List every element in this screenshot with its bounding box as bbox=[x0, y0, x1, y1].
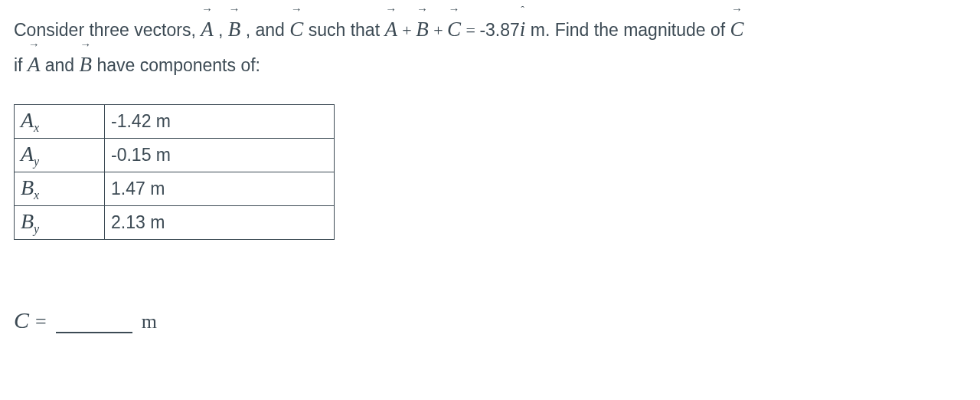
answer-line: C = m bbox=[14, 307, 966, 333]
text-sep2: , and bbox=[246, 20, 290, 40]
cell-value: -1.42 m bbox=[105, 104, 335, 138]
table-row: Bx 1.47 m bbox=[15, 172, 335, 205]
vector-B-eq: →B bbox=[416, 12, 429, 48]
cell-value: 1.47 m bbox=[105, 172, 335, 205]
answer-unit: m bbox=[142, 310, 157, 333]
plus2: + bbox=[433, 21, 447, 40]
vector-C: →C bbox=[289, 12, 303, 48]
vector-C-eq: →C bbox=[447, 12, 461, 48]
vector-B: →B bbox=[228, 12, 241, 48]
cell-value: 2.13 m bbox=[105, 205, 335, 239]
table-row: By 2.13 m bbox=[15, 205, 335, 239]
i-hat: ˆi bbox=[520, 12, 526, 48]
cell-label: Ay bbox=[15, 138, 105, 172]
plus1: + bbox=[402, 21, 416, 40]
vector-A2: →A bbox=[28, 48, 41, 83]
cell-value: -0.15 m bbox=[105, 138, 335, 172]
problem-container: Consider three vectors, →A , →B , and →C… bbox=[0, 0, 980, 346]
text-intro2: such that bbox=[309, 20, 385, 40]
problem-statement: Consider three vectors, →A , →B , and →C… bbox=[14, 12, 966, 83]
rhs-value: -3.87 bbox=[479, 20, 519, 40]
vector-A: →A bbox=[201, 12, 214, 48]
vector-C2: →C bbox=[730, 12, 744, 48]
vector-B2: →B bbox=[80, 48, 93, 83]
table-row: Ax -1.42 m bbox=[15, 104, 335, 138]
line2b: and bbox=[45, 55, 80, 75]
line2a: if bbox=[14, 55, 28, 75]
answer-equals: = bbox=[35, 310, 47, 333]
answer-blank[interactable] bbox=[56, 313, 132, 333]
vector-A-eq: →A bbox=[384, 12, 397, 48]
cell-label: By bbox=[15, 205, 105, 239]
equals-sign: = bbox=[466, 21, 479, 40]
text-intro1: Consider three vectors, bbox=[14, 20, 201, 40]
cell-label: Ax bbox=[15, 104, 105, 138]
line2c: have components of: bbox=[96, 55, 260, 75]
answer-C: C bbox=[14, 307, 29, 333]
text-sep1: , bbox=[218, 20, 228, 40]
components-table: Ax -1.42 m Ay -0.15 m Bx 1.47 m By 2.13 … bbox=[14, 104, 335, 240]
cell-label: Bx bbox=[15, 172, 105, 205]
unit-text1: m. Find the magnitude of bbox=[531, 20, 730, 40]
table-row: Ay -0.15 m bbox=[15, 138, 335, 172]
